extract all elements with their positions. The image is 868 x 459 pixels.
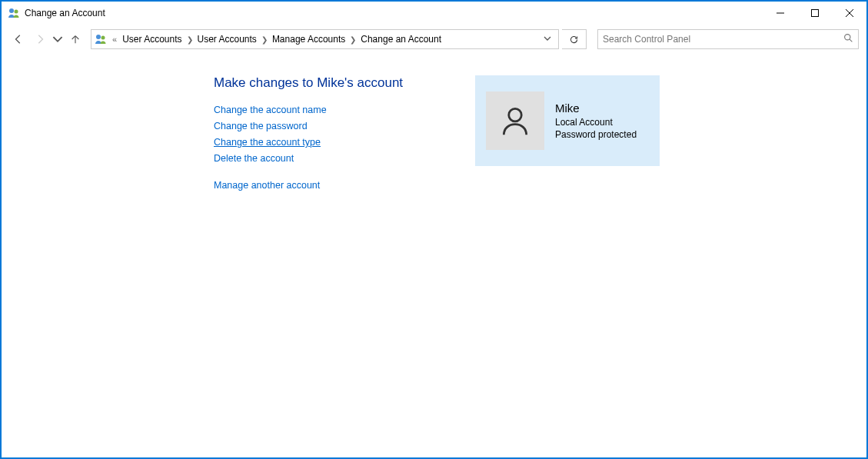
svg-point-0	[9, 8, 14, 13]
account-card[interactable]: Mike Local Account Password protected	[475, 75, 660, 166]
forward-button[interactable]	[31, 30, 49, 48]
close-button[interactable]	[832, 2, 866, 25]
control-panel-users-icon	[95, 33, 107, 45]
titlebar: Change an Account	[2, 2, 866, 25]
search-box[interactable]	[597, 29, 859, 49]
svg-rect-3	[811, 10, 818, 17]
up-button[interactable]	[66, 30, 85, 48]
navigation-toolbar: « User Accounts ❯ User Accounts ❯ Manage…	[2, 25, 866, 54]
chevron-right-icon: ❯	[260, 35, 269, 44]
svg-point-1	[15, 10, 18, 14]
account-name: Mike	[555, 101, 637, 116]
change-password-link[interactable]: Change the password	[214, 121, 460, 131]
change-account-type-link[interactable]: Change the account type	[214, 137, 460, 148]
search-icon	[843, 33, 853, 45]
chevron-right-icon: ❯	[185, 35, 195, 44]
breadcrumb-item[interactable]: Change an Account	[358, 32, 444, 46]
minimize-button[interactable]	[763, 2, 797, 25]
account-status: Password protected	[555, 128, 637, 141]
control-panel-users-icon	[8, 7, 20, 19]
account-type: Local Account	[555, 116, 637, 128]
recent-locations-button[interactable]	[52, 30, 63, 48]
chevron-right-icon: ❯	[348, 35, 358, 44]
window-title: Change an Account	[25, 8, 105, 18]
svg-point-10	[509, 108, 522, 121]
svg-line-9	[850, 39, 852, 42]
back-button[interactable]	[9, 30, 28, 48]
maximize-button[interactable]	[797, 2, 832, 25]
svg-point-6	[96, 35, 101, 39]
delete-account-link[interactable]: Delete the account	[214, 153, 460, 164]
breadcrumb-item[interactable]: Manage Accounts	[269, 32, 348, 46]
change-account-name-link[interactable]: Change the account name	[214, 105, 460, 115]
address-dropdown-button[interactable]	[540, 35, 555, 44]
content-area: Make changes to Mike's account Change th…	[2, 54, 866, 457]
breadcrumb-item[interactable]: User Accounts	[119, 32, 185, 46]
page-heading: Make changes to Mike's account	[214, 75, 460, 91]
account-avatar	[486, 91, 544, 150]
svg-point-8	[845, 35, 850, 40]
search-input[interactable]	[603, 34, 843, 45]
breadcrumb-item[interactable]: User Accounts	[195, 32, 260, 46]
svg-point-7	[101, 36, 105, 40]
breadcrumb-prefix: «	[110, 35, 119, 44]
manage-another-account-link[interactable]: Manage another account	[214, 180, 460, 191]
refresh-button[interactable]	[562, 29, 587, 49]
address-bar[interactable]: « User Accounts ❯ User Accounts ❯ Manage…	[91, 29, 559, 49]
account-info: Mike Local Account Password protected	[555, 101, 637, 141]
